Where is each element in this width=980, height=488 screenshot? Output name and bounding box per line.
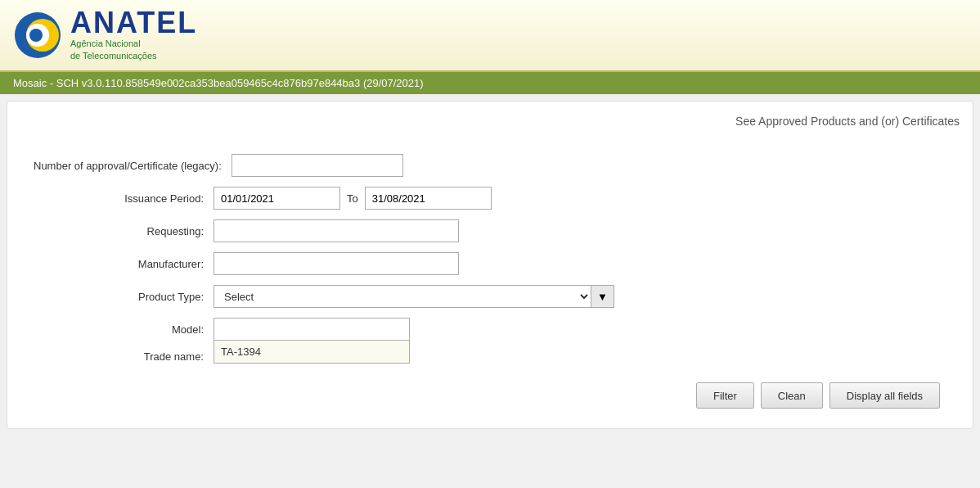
date-from-input[interactable] bbox=[214, 187, 340, 210]
section-title: See Approved Products and (or) Certifica… bbox=[20, 115, 960, 134]
autocomplete-item[interactable]: TA-1394 bbox=[214, 341, 409, 363]
filter-button[interactable]: Filter bbox=[696, 382, 754, 409]
main-content: See Approved Products and (or) Certifica… bbox=[7, 101, 973, 429]
svg-point-3 bbox=[29, 29, 43, 42]
requesting-label: Requesting: bbox=[34, 225, 214, 237]
button-row: Filter Clean Display all fields bbox=[34, 382, 946, 409]
dropdown-arrow-icon[interactable]: ▼ bbox=[591, 286, 614, 307]
requesting-input[interactable] bbox=[214, 219, 459, 242]
product-type-dropdown[interactable]: Select Type A Type B ▼ bbox=[214, 285, 614, 308]
logo-container: ANATEL Agência Nacional de Telecomunicaç… bbox=[13, 8, 197, 63]
subtitle: Agência Nacional de Telecomunicações bbox=[70, 38, 197, 63]
manufacturer-row: Manufacturer: bbox=[34, 252, 946, 275]
model-label: Model: bbox=[34, 323, 214, 336]
model-row: Model: TA-1394 bbox=[34, 318, 946, 341]
brand-name: ANATEL bbox=[70, 8, 197, 38]
header: ANATEL Agência Nacional de Telecomunicaç… bbox=[0, 0, 980, 72]
issuance-period-label: Issuance Period: bbox=[34, 192, 214, 205]
model-input[interactable] bbox=[214, 318, 410, 341]
version-text: Mosaic - SCH v3.0.110.858549e002ca353bea… bbox=[13, 77, 424, 89]
date-to-label: To bbox=[347, 192, 358, 205]
trade-name-row: Trade name: bbox=[34, 350, 946, 363]
model-wrapper: TA-1394 bbox=[214, 318, 410, 341]
requesting-row: Requesting: bbox=[34, 219, 946, 242]
product-type-label: Product Type: bbox=[34, 291, 214, 303]
manufacturer-input[interactable] bbox=[214, 252, 459, 275]
manufacturer-label: Manufacturer: bbox=[34, 258, 214, 270]
date-to-input[interactable] bbox=[365, 187, 492, 210]
form-container: Number of approval/Certificate (legacy):… bbox=[20, 147, 960, 415]
date-group: To bbox=[214, 187, 492, 210]
version-bar: Mosaic - SCH v3.0.110.858549e002ca353bea… bbox=[0, 72, 980, 94]
product-type-select[interactable]: Select Type A Type B bbox=[214, 287, 591, 307]
trade-name-label: Trade name: bbox=[34, 350, 214, 363]
approval-number-input[interactable] bbox=[232, 154, 403, 177]
approval-number-row: Number of approval/Certificate (legacy): bbox=[34, 154, 946, 177]
clean-button[interactable]: Clean bbox=[761, 382, 823, 409]
autocomplete-dropdown: TA-1394 bbox=[214, 341, 410, 364]
issuance-period-row: Issuance Period: To bbox=[34, 187, 946, 210]
product-type-row: Product Type: Select Type A Type B ▼ bbox=[34, 285, 946, 308]
display-all-fields-button[interactable]: Display all fields bbox=[829, 382, 940, 409]
logo-text-group: ANATEL Agência Nacional de Telecomunicaç… bbox=[70, 8, 197, 63]
anatel-logo-icon bbox=[13, 11, 62, 60]
approval-number-label: Number of approval/Certificate (legacy): bbox=[34, 160, 232, 172]
